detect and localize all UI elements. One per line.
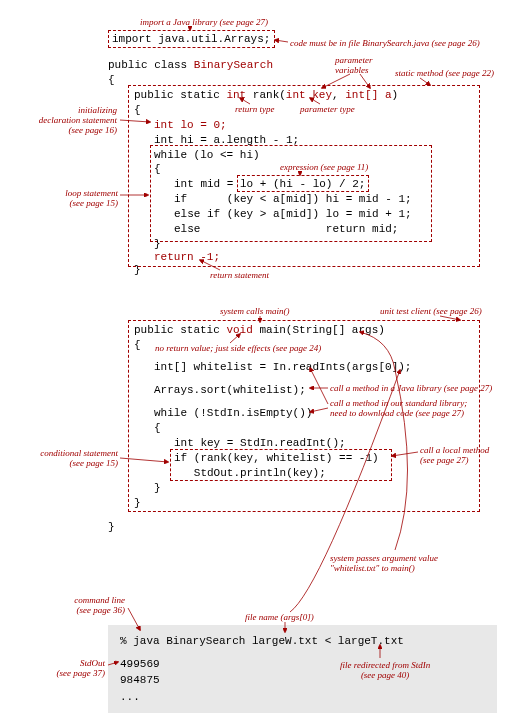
svg-line-13 — [230, 334, 240, 343]
svg-line-1 — [275, 40, 288, 42]
svg-line-12 — [440, 316, 460, 320]
svg-line-15 — [310, 408, 328, 412]
svg-line-16 — [310, 368, 328, 404]
arrows-overlay — [0, 0, 522, 725]
svg-line-21 — [108, 662, 118, 665]
svg-line-2 — [322, 74, 350, 88]
svg-line-20 — [128, 608, 140, 630]
svg-line-18 — [392, 452, 418, 456]
svg-line-7 — [310, 98, 320, 104]
svg-line-6 — [240, 98, 250, 104]
svg-line-10 — [200, 260, 220, 270]
svg-line-4 — [420, 78, 430, 85]
svg-line-17 — [120, 458, 168, 462]
svg-line-5 — [120, 120, 150, 122]
svg-line-3 — [360, 74, 370, 88]
